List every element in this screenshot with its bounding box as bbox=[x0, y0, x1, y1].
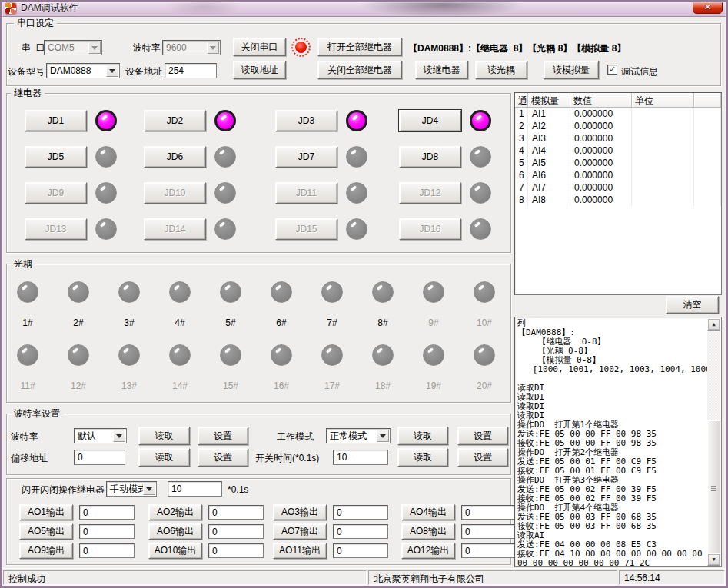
read-relay-button[interactable]: 读继电器 bbox=[415, 61, 468, 79]
ao-value-input[interactable]: 0 bbox=[208, 505, 264, 520]
read-analog-button[interactable]: 读模拟量 bbox=[544, 61, 599, 79]
title-bar[interactable]: DAM调试软件 bbox=[0, 0, 728, 17]
clear-log-button[interactable]: 清空 bbox=[666, 296, 719, 314]
flash-mode-select[interactable]: 手动模式 bbox=[106, 481, 157, 497]
switch-time-set-button[interactable]: 设置 bbox=[457, 448, 508, 467]
relay-button[interactable]: JD4 bbox=[399, 110, 461, 131]
offset-read-button[interactable]: 读取 bbox=[138, 448, 190, 467]
baud-read-button[interactable]: 读取 bbox=[138, 427, 190, 445]
ao-value-input[interactable]: 0 bbox=[461, 505, 517, 520]
ao-output-button[interactable]: AO2输出 bbox=[148, 504, 202, 520]
dropdown-arrow-icon[interactable] bbox=[106, 65, 118, 77]
table-row[interactable]: 2 AI2 0.000000 bbox=[515, 120, 721, 132]
ao-value-input[interactable]: 0 bbox=[208, 524, 264, 539]
ao-output-button[interactable]: AO8输出 bbox=[401, 523, 455, 540]
ao-output-button[interactable]: AO4输出 bbox=[401, 504, 455, 520]
log-scrollbar[interactable]: ▲ ▼ bbox=[707, 318, 720, 566]
ao-value-input[interactable]: 0 bbox=[461, 543, 517, 558]
work-mode-select[interactable]: 正常模式 bbox=[326, 428, 391, 443]
relay-button[interactable]: JD12 bbox=[399, 182, 461, 204]
ao-value-input[interactable]: 0 bbox=[79, 505, 135, 520]
ao-value-input[interactable]: 0 bbox=[208, 543, 264, 558]
ao-output-button[interactable]: AO1输出 bbox=[19, 504, 73, 520]
dropdown-arrow-icon[interactable] bbox=[207, 42, 219, 54]
offset-addr-label: 偏移地址 bbox=[11, 453, 48, 463]
open-all-relays-button[interactable]: 打开全部继电器 bbox=[317, 38, 402, 56]
analog-table-header-cell[interactable]: 数值 bbox=[570, 93, 632, 107]
relay-button[interactable]: JD10 bbox=[144, 182, 206, 204]
ao-value-input[interactable]: 0 bbox=[461, 524, 517, 539]
port-select[interactable]: COM5 bbox=[44, 40, 102, 55]
work-mode-read-button[interactable]: 读取 bbox=[397, 427, 448, 445]
relay-button[interactable]: JD16 bbox=[399, 218, 461, 240]
dropdown-arrow-icon[interactable] bbox=[143, 483, 155, 495]
switch-time-input[interactable]: 10 bbox=[333, 450, 388, 465]
table-row[interactable]: 5 AI5 0.000000 bbox=[515, 157, 721, 169]
relay-button[interactable]: JD6 bbox=[144, 146, 206, 168]
baud-set-select[interactable]: 默认 bbox=[74, 428, 127, 443]
close-button[interactable]: ✕ bbox=[693, 1, 723, 14]
offset-set-button[interactable]: 设置 bbox=[198, 448, 248, 467]
model-select[interactable]: DAM0888 bbox=[46, 63, 120, 78]
close-serial-button[interactable]: 关闭串口 bbox=[233, 38, 286, 56]
analog-table-header-cell[interactable]: 单位 bbox=[632, 93, 694, 107]
baud-set-button[interactable]: 设置 bbox=[198, 427, 248, 445]
ao-value-input[interactable]: 0 bbox=[333, 524, 388, 539]
read-opto-button[interactable]: 读光耦 bbox=[475, 61, 527, 79]
app-icon bbox=[5, 3, 16, 14]
scroll-up-button[interactable]: ▲ bbox=[707, 318, 720, 331]
dropdown-arrow-icon[interactable] bbox=[88, 42, 101, 54]
ao-output-button[interactable]: AO6输出 bbox=[148, 523, 202, 540]
relay-led bbox=[95, 182, 117, 204]
baud-select[interactable]: 9600 bbox=[162, 40, 221, 55]
ao-output-button[interactable]: AO3输出 bbox=[273, 504, 327, 520]
analog-table-header-cell[interactable] bbox=[694, 93, 721, 107]
extra-cell bbox=[694, 132, 721, 145]
value-cell: 0.000000 bbox=[570, 181, 632, 194]
relay-button[interactable]: JD8 bbox=[399, 146, 461, 168]
ao-value-input[interactable]: 0 bbox=[333, 505, 388, 520]
table-row[interactable]: 4 AI4 0.000000 bbox=[515, 145, 721, 157]
device-addr-input[interactable]: 254 bbox=[165, 63, 217, 78]
ao-value-input[interactable]: 0 bbox=[79, 524, 135, 539]
relay-button[interactable]: JD7 bbox=[275, 146, 337, 168]
relay-cell: JD11 bbox=[275, 182, 399, 204]
ao-output-button[interactable]: AO5输出 bbox=[19, 523, 73, 540]
ao-value-input[interactable]: 0 bbox=[79, 543, 135, 558]
relay-button[interactable]: JD11 bbox=[275, 182, 337, 204]
table-row[interactable]: 8 AI8 0.000000 bbox=[515, 194, 721, 206]
switch-time-read-button[interactable]: 读取 bbox=[397, 448, 448, 467]
ao-value-input[interactable]: 0 bbox=[333, 543, 388, 558]
close-all-relays-button[interactable]: 关闭全部继电器 bbox=[317, 61, 402, 79]
relay-button[interactable]: JD13 bbox=[25, 218, 87, 240]
relay-button[interactable]: JD14 bbox=[144, 218, 206, 240]
table-row[interactable]: 7 AI7 0.000000 bbox=[515, 181, 721, 194]
ao-output-button[interactable]: AO10输出 bbox=[148, 543, 202, 559]
relay-button[interactable]: JD15 bbox=[275, 218, 337, 240]
relay-button[interactable]: JD1 bbox=[25, 110, 87, 131]
ao-output-button[interactable]: AO7输出 bbox=[273, 523, 327, 540]
analog-table-header-cell[interactable]: 通 bbox=[515, 93, 528, 107]
opto-channel-label: 8# bbox=[367, 317, 398, 328]
analog-table-header-cell[interactable]: 模拟量 bbox=[528, 93, 570, 107]
debug-info-checkbox[interactable]: ✓ bbox=[607, 65, 617, 75]
ao-output-button[interactable]: AO12输出 bbox=[401, 543, 455, 559]
dropdown-arrow-icon[interactable] bbox=[113, 430, 125, 442]
ao-output-button[interactable]: AO9输出 bbox=[19, 543, 73, 559]
relay-button[interactable]: JD3 bbox=[275, 110, 337, 131]
relay-button[interactable]: JD9 bbox=[25, 182, 87, 204]
table-row[interactable]: 3 AI3 0.000000 bbox=[515, 132, 721, 145]
table-row[interactable]: 1 AI1 0.000000 bbox=[515, 108, 721, 120]
scroll-thumb[interactable] bbox=[707, 420, 720, 557]
table-row[interactable]: 6 AI6 0.000000 bbox=[515, 169, 721, 181]
relay-button[interactable]: JD2 bbox=[144, 110, 206, 131]
ao-output-button[interactable]: AO11输出 bbox=[273, 543, 327, 559]
scroll-down-button[interactable]: ▼ bbox=[707, 553, 720, 566]
read-addr-button[interactable]: 读取地址 bbox=[233, 61, 286, 79]
flash-time-input[interactable]: 10 bbox=[168, 481, 222, 497]
relay-cell: JD1 bbox=[25, 110, 144, 131]
dropdown-arrow-icon[interactable] bbox=[377, 430, 389, 442]
offset-addr-input[interactable]: 0 bbox=[74, 450, 125, 465]
relay-button[interactable]: JD5 bbox=[25, 146, 87, 168]
work-mode-set-button[interactable]: 设置 bbox=[457, 427, 508, 445]
